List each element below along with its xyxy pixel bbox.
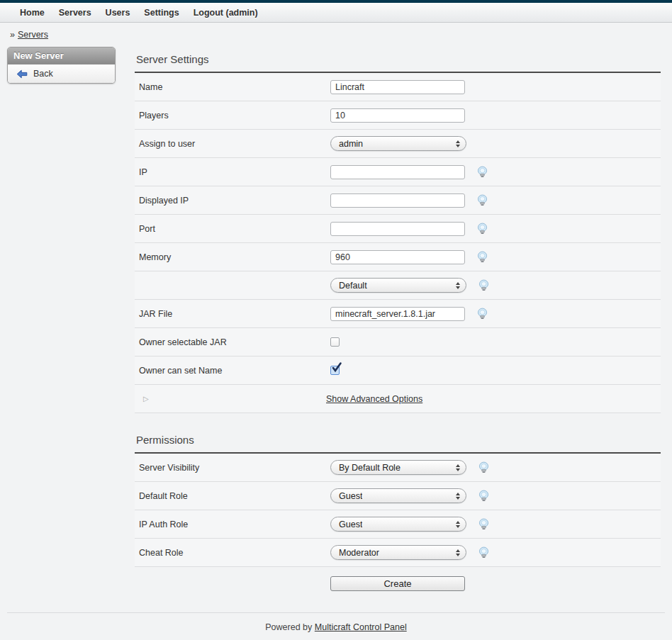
control-cell — [330, 337, 340, 347]
control-cell — [330, 165, 488, 179]
form-row-name: Name — [135, 73, 661, 101]
owner-can-set-name-checkbox[interactable] — [330, 366, 340, 375]
help-lightbulb-icon[interactable] — [476, 223, 488, 235]
field-label: Name — [135, 82, 330, 92]
field-label: Owner can set Name — [135, 366, 330, 376]
field-label: Memory — [135, 252, 330, 262]
control-cell: admin — [330, 136, 466, 151]
port-input[interactable] — [330, 222, 465, 236]
help-lightbulb-icon[interactable] — [476, 166, 488, 178]
expander-triangle-icon[interactable]: ▷ — [135, 395, 326, 403]
help-lightbulb-icon[interactable] — [478, 461, 490, 473]
form-area: Server SettingsNamePlayersAssign to user… — [135, 45, 661, 605]
footer-link-multicraft[interactable]: Multicraft Control Panel — [315, 622, 407, 632]
field-label: Cheat Role — [135, 548, 330, 558]
assign-to-user-select[interactable]: admin — [330, 136, 466, 151]
select-stepper-icon — [456, 140, 460, 147]
server-visibility-select[interactable]: By Default Role — [330, 460, 466, 475]
section-title-server-settings: Server Settings — [135, 45, 661, 73]
sidebar-menu: New Server Back — [7, 47, 116, 84]
footer: Powered by Multicraft Control Panel — [7, 612, 665, 640]
selected-value: Guest — [339, 491, 362, 501]
ip-auth-role-select[interactable]: Guest — [330, 517, 466, 532]
control-cell: Default — [330, 278, 490, 293]
sidebar-item-back-label: Back — [33, 69, 53, 79]
nav-item-users[interactable]: Users — [99, 8, 138, 18]
main-nav: HomeServersUsersSettingsLogout (admin) — [0, 3, 672, 23]
nav-item-logout-admin[interactable]: Logout (admin) — [186, 8, 265, 18]
footer-text: Powered by — [265, 622, 312, 632]
memory-input[interactable] — [330, 250, 465, 264]
form-row-port: Port — [135, 215, 661, 243]
control-cell — [330, 193, 488, 208]
nav-item-servers[interactable]: Servers — [52, 8, 99, 18]
help-lightbulb-icon[interactable] — [478, 279, 490, 291]
control-cell — [330, 250, 488, 264]
nav-item-home[interactable]: Home — [13, 8, 52, 18]
breadcrumb: »Servers — [0, 23, 672, 45]
form-row-displayed-ip: Displayed IP — [135, 186, 661, 215]
back-arrow-icon — [16, 69, 28, 79]
selected-value: Default — [339, 281, 367, 291]
select-stepper-icon — [456, 282, 460, 289]
name-input[interactable] — [330, 80, 465, 94]
control-cell — [330, 307, 488, 321]
create-row: Create — [135, 567, 661, 605]
selected-value: admin — [339, 139, 363, 149]
field-label: JAR File — [135, 309, 330, 319]
help-lightbulb-icon[interactable] — [478, 518, 490, 530]
form-row-owner-can-set-name: Owner can set Name — [135, 357, 661, 385]
help-lightbulb-icon[interactable] — [476, 194, 488, 206]
form-row-ip: IP — [135, 158, 661, 186]
show-advanced-options-link[interactable]: Show Advanced Options — [326, 394, 422, 404]
control-cell: By Default Role — [330, 460, 490, 475]
form-row-ip-auth-role: IP Auth RoleGuest — [135, 510, 661, 539]
help-lightbulb-icon[interactable] — [478, 546, 490, 558]
form-row-assign-to-user: Assign to useradmin — [135, 130, 661, 158]
field-label: IP Auth Role — [135, 520, 330, 529]
help-lightbulb-icon[interactable] — [476, 308, 488, 320]
field-label: Players — [135, 111, 330, 120]
cheat-role-select[interactable]: Moderator — [330, 545, 466, 560]
sidebar-title: New Server — [8, 47, 115, 64]
control-cell: Guest — [330, 488, 490, 503]
control-cell — [330, 222, 488, 236]
control-cell — [330, 108, 465, 123]
players-input[interactable] — [330, 108, 465, 123]
select-stepper-icon — [456, 549, 460, 556]
selected-value: Moderator — [339, 548, 379, 558]
owner-selectable-jar-checkbox[interactable] — [330, 337, 340, 347]
select-stepper-icon — [456, 493, 460, 500]
default-role-select[interactable]: Guest — [330, 488, 466, 503]
breadcrumb-link-servers[interactable]: Servers — [18, 30, 48, 40]
field-label: Displayed IP — [135, 196, 330, 206]
ip-input[interactable] — [330, 165, 465, 179]
field-label: Default Role — [135, 491, 330, 501]
select-stepper-icon — [456, 521, 460, 528]
form-row-default: Default — [135, 271, 661, 300]
control-cell — [330, 80, 465, 94]
field-label: Port — [135, 224, 330, 234]
form-row-show-advanced-options: ▷Show Advanced Options — [135, 385, 661, 413]
section-title-permissions: Permissions — [135, 426, 661, 454]
help-lightbulb-icon[interactable] — [476, 251, 488, 263]
control-cell: Show Advanced Options — [326, 394, 422, 404]
form-row-owner-selectable-jar: Owner selectable JAR — [135, 328, 661, 357]
form-row-cheat-role: Cheat RoleModerator — [135, 539, 661, 567]
form-row-memory: Memory — [135, 243, 661, 271]
form-row-jar-file: JAR File — [135, 300, 661, 328]
field-label: IP — [135, 167, 330, 177]
form-row-server-visibility: Server VisibilityBy Default Role — [135, 454, 661, 482]
selected-value: By Default Role — [339, 463, 401, 473]
selected-value: Guest — [339, 520, 362, 529]
displayed-ip-input[interactable] — [330, 193, 465, 208]
form-row-players: Players — [135, 101, 661, 130]
sidebar-item-back[interactable]: Back — [8, 64, 115, 83]
nav-item-settings[interactable]: Settings — [137, 8, 186, 18]
default-select[interactable]: Default — [330, 278, 466, 293]
field-label: Server Visibility — [135, 463, 330, 473]
help-lightbulb-icon[interactable] — [478, 490, 490, 502]
breadcrumb-symbol: » — [10, 30, 15, 40]
create-button[interactable]: Create — [330, 576, 465, 591]
jar-file-input[interactable] — [330, 307, 465, 321]
